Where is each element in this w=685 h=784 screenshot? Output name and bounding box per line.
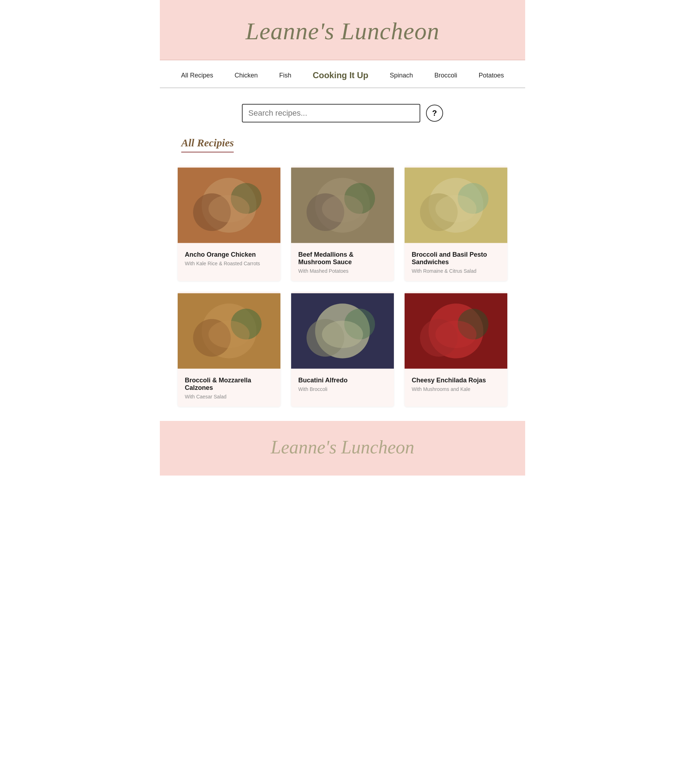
recipe-image xyxy=(178,292,281,370)
nav-item-spinach[interactable]: Spinach xyxy=(390,72,413,79)
section-heading: All Recipies xyxy=(181,137,234,153)
svg-point-19 xyxy=(208,320,249,348)
recipe-subtitle: With Kale Rice & Roasted Carrots xyxy=(185,260,273,266)
recipe-subtitle: With Mushrooms and Kale xyxy=(412,386,500,392)
help-button[interactable]: ? xyxy=(426,105,443,122)
recipe-subtitle: With Romaine & Citrus Salad xyxy=(412,268,500,274)
nav-item-broccoli[interactable]: Broccoli xyxy=(435,72,458,79)
recipe-image xyxy=(404,292,507,370)
nav-item-all-recipes[interactable]: All Recipes xyxy=(181,72,213,79)
svg-point-9 xyxy=(322,195,363,223)
recipe-image xyxy=(291,166,394,244)
svg-point-14 xyxy=(435,195,476,223)
site-title: Leanne's Luncheon xyxy=(167,17,518,46)
search-area: ? xyxy=(160,88,525,130)
recipe-name: Broccoli & Mozzarella Calzones xyxy=(185,377,273,392)
site-header: Leanne's Luncheon xyxy=(160,0,525,60)
recipe-card[interactable]: Beef Medallions & Mushroom SauceWith Mas… xyxy=(291,166,394,281)
nav-item-cooking-it-up[interactable]: Cooking It Up xyxy=(313,70,368,80)
recipe-name: Beef Medallions & Mushroom Sauce xyxy=(298,251,387,266)
recipe-image xyxy=(404,166,507,244)
main-nav: All RecipesChickenFishCooking It UpSpina… xyxy=(160,60,525,88)
recipe-grid: Ancho Orange ChickenWith Kale Rice & Roa… xyxy=(160,155,525,421)
recipe-name: Bucatini Alfredo xyxy=(298,377,387,384)
nav-item-potatoes[interactable]: Potatoes xyxy=(479,72,504,79)
recipe-subtitle: With Caesar Salad xyxy=(185,394,273,400)
recipe-name: Cheesy Enchilada Rojas xyxy=(412,377,500,384)
recipe-card[interactable]: Bucatini AlfredoWith Broccoli xyxy=(291,292,394,407)
recipe-name: Ancho Orange Chicken xyxy=(185,251,273,259)
search-input[interactable] xyxy=(242,104,420,122)
recipe-card[interactable]: Ancho Orange ChickenWith Kale Rice & Roa… xyxy=(178,166,281,281)
svg-point-4 xyxy=(208,195,249,223)
recipe-image xyxy=(178,166,281,244)
recipe-card[interactable]: Cheesy Enchilada RojasWith Mushrooms and… xyxy=(404,292,507,407)
nav-item-fish[interactable]: Fish xyxy=(279,72,291,79)
site-footer: Leanne's Luncheon xyxy=(160,421,525,475)
nav-item-chicken[interactable]: Chicken xyxy=(234,72,258,79)
recipe-image xyxy=(291,292,394,370)
footer-title: Leanne's Luncheon xyxy=(167,437,518,458)
recipe-card[interactable]: Broccoli and Basil Pesto SandwichesWith … xyxy=(404,166,507,281)
recipe-subtitle: With Mashed Potatoes xyxy=(298,268,387,274)
recipe-card[interactable]: Broccoli & Mozzarella CalzonesWith Caesa… xyxy=(178,292,281,407)
section-heading-wrapper: All Recipies xyxy=(160,130,525,155)
svg-point-24 xyxy=(322,320,363,348)
recipe-subtitle: With Broccoli xyxy=(298,386,387,392)
svg-point-29 xyxy=(435,320,476,348)
recipe-name: Broccoli and Basil Pesto Sandwiches xyxy=(412,251,500,266)
